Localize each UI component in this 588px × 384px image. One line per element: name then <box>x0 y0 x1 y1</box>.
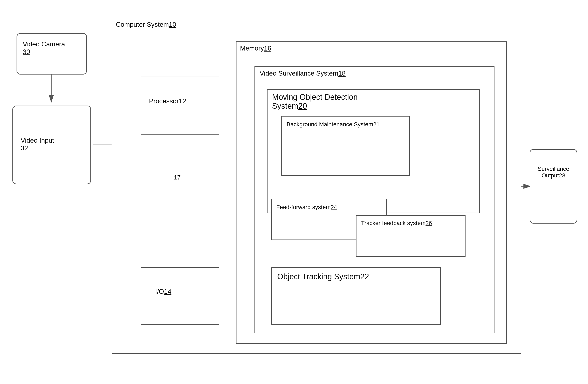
processor-label: Processor12 <box>149 97 186 105</box>
feed-forward-label: Feed-forward system24 <box>276 204 380 210</box>
memory-label: Memory16 <box>240 45 271 52</box>
io-box <box>141 267 219 325</box>
video-surveillance-label: Video Surveillance System18 <box>260 69 346 77</box>
surveillance-output-label: Surveillance Output28 <box>533 166 574 179</box>
background-maintenance-label: Background Maintenance System21 <box>287 121 402 128</box>
io-label: I/O14 <box>155 288 171 295</box>
surveillance-output-box <box>530 149 577 224</box>
tracker-feedback-label: Tracker feedback system26 <box>361 220 460 226</box>
processor-box <box>141 77 219 135</box>
video-input-label: Video Input 32 <box>21 137 83 152</box>
diagram: Video Camera 30 Video Input 32 Computer … <box>0 0 588 384</box>
moving-object-detection-label: Moving Object Detection System20 <box>272 93 376 111</box>
bus-label: 17 <box>174 174 181 181</box>
object-tracking-label: Object Tracking System22 <box>277 272 435 281</box>
video-camera-label: Video Camera 30 <box>23 40 81 56</box>
computer-system-label: Computer System10 <box>116 21 176 28</box>
